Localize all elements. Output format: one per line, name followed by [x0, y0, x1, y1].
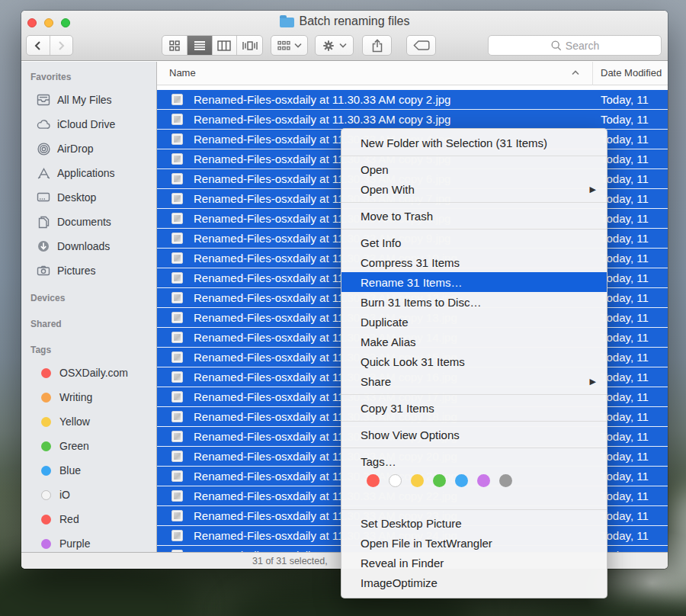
menu-tag-dot[interactable] [389, 474, 402, 487]
back-button[interactable] [27, 36, 50, 55]
column-divider[interactable] [592, 62, 593, 85]
image-file-icon [172, 114, 183, 125]
sidebar-item-label: Pictures [57, 265, 96, 277]
sidebar-item-label: Green [59, 440, 89, 452]
search-input[interactable]: Search [488, 35, 662, 56]
image-file-icon [172, 510, 183, 521]
menu-item-quick-look-31-items[interactable]: Quick Look 31 Items [341, 351, 607, 371]
file-date-modified: Today, 11 [601, 133, 649, 146]
menu-item-open-with[interactable]: Open With▶ [341, 179, 607, 199]
menu-tag-dot[interactable] [433, 474, 446, 487]
menu-item-reveal-in-finder[interactable]: Reveal in Finder [341, 553, 607, 573]
column-name[interactable]: Name [169, 67, 196, 79]
sidebar-item-purple[interactable]: Purple [21, 531, 156, 552]
tag-button[interactable] [406, 35, 436, 56]
sidebar-item-label: Purple [59, 537, 90, 550]
sidebar-item-blue[interactable]: Blue [21, 458, 156, 483]
menu-item-rename-31-items[interactable]: Rename 31 Items… [341, 272, 607, 292]
file-date-modified: Today, 11 [601, 529, 649, 542]
sidebar-item-label: Writing [59, 391, 92, 403]
arrange-icon [277, 40, 290, 51]
window-chrome: Batch renaming files [21, 11, 668, 61]
submenu-arrow-icon: ▶ [590, 184, 596, 194]
sidebar-item-green[interactable]: Green [21, 434, 156, 458]
sidebar-item-yellow[interactable]: Yellow [21, 409, 156, 434]
desktop-icon [37, 191, 50, 204]
image-file-icon [172, 332, 183, 343]
column-view-button[interactable] [213, 36, 238, 55]
menu-item-copy-31-items[interactable]: Copy 31 Items [341, 398, 607, 418]
menu-item-get-info[interactable]: Get Info [341, 233, 607, 252]
sidebar-item-label: Yellow [59, 415, 90, 428]
sidebar-item-documents[interactable]: Documents [21, 210, 156, 234]
menu-item-open-file-in-textwrangler[interactable]: Open File in TextWrangler [341, 533, 607, 553]
sidebar-item-pictures[interactable]: Pictures [21, 258, 156, 283]
menu-item-compress-31-items[interactable]: Compress 31 Items [341, 252, 607, 272]
sidebar-item-downloads[interactable]: Downloads [21, 234, 156, 258]
menu-item-set-desktop-picture[interactable]: Set Desktop Picture [341, 513, 607, 533]
menu-item-open[interactable]: Open [341, 159, 607, 179]
list-column-header[interactable]: Name Date Modified [157, 62, 668, 85]
list-view-button[interactable] [188, 36, 213, 55]
file-date-modified: Today, 11 [601, 212, 649, 225]
image-file-icon [172, 351, 183, 363]
sidebar-item-label: Applications [57, 167, 115, 179]
image-file-icon [172, 173, 183, 184]
menu-tag-dot[interactable] [411, 474, 424, 487]
sidebar-item-red[interactable]: Red [21, 507, 156, 531]
action-popup-button[interactable] [315, 35, 354, 56]
menu-tag-dot[interactable] [455, 474, 468, 487]
file-row[interactable]: Renamed-Files-osxdaily at 11.30.33 AM co… [157, 110, 668, 130]
documents-icon [37, 215, 50, 229]
image-file-icon [172, 411, 183, 422]
selection-count: 31 of 31 selected, [252, 556, 328, 566]
sidebar-item-label: Desktop [57, 191, 96, 204]
image-file-icon [172, 530, 183, 541]
sidebar-item-icloud-drive[interactable]: iCloud Drive [21, 112, 156, 136]
menu-tag-dot[interactable] [477, 474, 490, 487]
share-button[interactable] [362, 35, 392, 56]
menu-item-show-view-options[interactable]: Show View Options [341, 425, 607, 444]
search-icon [550, 40, 562, 51]
tag-icon [413, 40, 430, 50]
arrange-popup-button[interactable] [271, 35, 308, 56]
menu-item-burn-31-items-to-disc[interactable]: Burn 31 Items to Disc… [341, 292, 607, 312]
icon-view-button[interactable] [162, 36, 188, 55]
menu-item-move-to-trash[interactable]: Move to Trash [341, 206, 607, 226]
coverflow-view-button[interactable] [237, 36, 262, 55]
menu-item-tags[interactable]: Tags… [341, 451, 607, 471]
sidebar-item-airdrop[interactable]: AirDrop [21, 136, 156, 161]
submenu-arrow-icon: ▶ [590, 377, 596, 387]
forward-button[interactable] [50, 36, 72, 55]
image-file-icon [172, 292, 183, 303]
menu-item-imageoptimize[interactable]: ImageOptimize [341, 573, 607, 592]
titlebar[interactable]: Batch renaming files [21, 11, 668, 32]
sidebar-item-io[interactable]: iO [21, 483, 156, 507]
image-file-icon [172, 272, 183, 284]
image-file-icon [172, 312, 183, 323]
column-date-modified[interactable]: Date Modified [601, 67, 662, 79]
sort-ascending-icon [572, 70, 579, 75]
file-date-modified: Today, 11 [601, 291, 649, 304]
pictures-icon [37, 264, 50, 278]
sidebar-item-applications[interactable]: Applications [21, 161, 156, 185]
sidebar-item-all-my-files[interactable]: All My Files [21, 88, 156, 112]
file-date-modified: Today, 11 [601, 450, 649, 463]
menu-separator [341, 156, 607, 156]
image-file-icon [172, 193, 183, 204]
menu-item-share[interactable]: Share▶ [341, 371, 607, 391]
sidebar-item-writing[interactable]: Writing [21, 385, 156, 409]
file-name: Renamed-Files-osxdaily at 11.30.33 AM co… [194, 113, 450, 126]
sidebar-item-desktop[interactable]: Desktop [21, 185, 156, 210]
sidebar-item-osxdaily-com[interactable]: OSXDaily.com [21, 361, 156, 385]
tag-color-dot [41, 490, 51, 500]
menu-item-make-alias[interactable]: Make Alias [341, 332, 607, 351]
menu-item-duplicate[interactable]: Duplicate [341, 312, 607, 332]
menu-tag-dot[interactable] [499, 474, 512, 487]
file-date-modified: Today, 11 [601, 192, 649, 205]
file-date-modified: Today, 11 [601, 172, 649, 185]
file-row[interactable]: Renamed-Files-osxdaily at 11.30.33 AM co… [157, 90, 668, 110]
image-file-icon [172, 470, 183, 482]
menu-item-new-folder-with-selection-31-items[interactable]: New Folder with Selection (31 Items) [341, 133, 607, 152]
menu-tag-dot[interactable] [367, 474, 380, 487]
